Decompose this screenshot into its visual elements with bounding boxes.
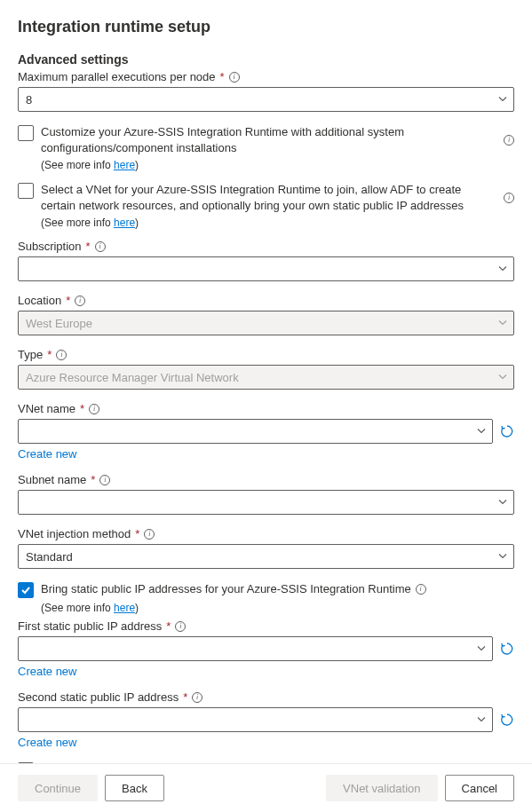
bring-ip-text: Bring static public IP addresses for you… (41, 581, 411, 597)
required-asterisk: * (91, 473, 95, 486)
required-asterisk: * (47, 348, 52, 361)
required-asterisk: * (183, 690, 187, 704)
subnet-name-label: Subnet name (18, 473, 86, 486)
required-asterisk: * (86, 240, 91, 253)
injection-method-select[interactable]: Standard (18, 544, 514, 569)
first-ip-create-new-link[interactable]: Create new (18, 665, 76, 678)
refresh-icon[interactable] (500, 642, 514, 656)
injection-method-label: VNet injection method (18, 527, 131, 540)
bring-ip-checkbox[interactable] (18, 582, 34, 598)
type-select: Azure Resource Manager Virtual Network (18, 365, 514, 390)
info-icon[interactable] (89, 404, 99, 414)
refresh-icon[interactable] (500, 424, 514, 438)
first-ip-select[interactable] (18, 636, 493, 661)
vnet-create-new-link[interactable]: Create new (18, 447, 76, 461)
subnet-name-select[interactable] (18, 490, 514, 515)
bring-ip-info-link[interactable]: here (114, 602, 135, 614)
second-ip-create-new-link[interactable]: Create new (18, 736, 76, 749)
location-label: Location (18, 294, 61, 307)
info-icon[interactable] (75, 296, 85, 306)
required-asterisk: * (220, 70, 225, 83)
second-ip-select[interactable] (18, 707, 493, 732)
location-select: West Europe (18, 311, 514, 335)
required-asterisk: * (166, 619, 171, 633)
first-ip-label: First static public IP address (18, 619, 162, 633)
info-icon[interactable] (192, 692, 202, 703)
continue-button: Continue (18, 775, 98, 801)
type-label: Type (18, 348, 43, 361)
advanced-settings-heading: Advanced settings (18, 52, 514, 67)
info-icon[interactable] (144, 529, 155, 540)
customize-checkbox[interactable] (18, 125, 34, 141)
info-icon[interactable] (56, 350, 67, 360)
required-asterisk: * (66, 294, 70, 307)
cancel-button[interactable]: Cancel (445, 775, 514, 801)
footer-bar: Continue Back VNet validation Cancel (0, 763, 532, 812)
vnet-validation-button: VNet validation (326, 775, 437, 801)
subscription-select[interactable] (18, 256, 514, 281)
required-asterisk: * (80, 402, 84, 415)
vnet-checkbox[interactable] (18, 183, 34, 199)
info-icon[interactable] (504, 135, 514, 146)
vnet-name-label: VNet name (18, 402, 75, 415)
vnet-name-select[interactable] (18, 419, 493, 444)
info-icon[interactable] (95, 241, 106, 252)
back-button[interactable]: Back (105, 775, 164, 801)
second-ip-label: Second static public IP address (18, 690, 179, 704)
customize-info-link[interactable]: here (114, 159, 135, 171)
subscription-label: Subscription (18, 240, 82, 253)
max-parallel-label: Maximum parallel executions per node (18, 70, 216, 83)
max-parallel-select[interactable]: 8 (18, 87, 514, 112)
info-icon[interactable] (416, 584, 426, 595)
vnet-info-link[interactable]: here (114, 217, 135, 229)
customize-text: Customize your Azure-SSIS Integration Ru… (41, 124, 496, 155)
info-icon[interactable] (504, 193, 514, 203)
vnet-text: Select a VNet for your Azure-SSIS Integr… (41, 182, 496, 213)
info-icon[interactable] (229, 72, 240, 83)
required-asterisk: * (135, 527, 139, 540)
info-icon[interactable] (175, 621, 186, 632)
info-icon[interactable] (99, 475, 110, 485)
page-title: Integration runtime setup (18, 18, 514, 36)
refresh-icon[interactable] (500, 713, 514, 727)
